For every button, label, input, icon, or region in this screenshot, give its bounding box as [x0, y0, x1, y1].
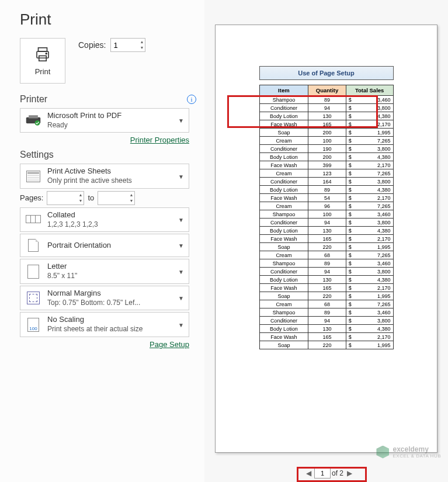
chevron-down-icon: ▼: [178, 242, 184, 249]
paper-title: Letter: [47, 262, 77, 272]
table-row: Cream1237,265: [259, 169, 393, 178]
col-item: Item: [259, 85, 308, 96]
print-area-title: Print Active Sheets: [47, 167, 132, 176]
orientation-title: Portrait Orientation: [47, 241, 111, 251]
table-row: Conditioner1643,800: [259, 178, 393, 186]
table-row: Shampoo893,460: [259, 259, 393, 268]
table-row: Body Lotion2004,380: [259, 153, 393, 161]
print-area-sub: Only print the active sheets: [47, 176, 132, 186]
preview-page: Use of Page Setup Item Quantity Total Sa…: [215, 25, 437, 453]
copies-up[interactable]: ▲: [140, 39, 144, 45]
chevron-down-icon: ▼: [178, 117, 184, 124]
portrait-icon: [25, 237, 41, 254]
preview-table: Item Quantity Total Sales Shampoo893,460…: [259, 85, 394, 349]
table-row: Body Lotion1304,380: [259, 227, 393, 235]
chevron-down-icon: ▼: [178, 173, 184, 179]
print-options-panel: Print Print Copies: ▲▼: [0, 0, 204, 482]
collated-icon: [25, 211, 41, 228]
prev-page-button[interactable]: ◀: [304, 469, 313, 477]
copies-label: Copies:: [78, 40, 106, 50]
margins-icon: [25, 290, 41, 306]
pages-from-input[interactable]: [47, 192, 70, 204]
margins-title: Normal Margins: [47, 289, 140, 299]
table-row: Cream1007,265: [259, 137, 393, 145]
watermark-tagline: EXCEL & DATA HUB: [393, 453, 441, 459]
table-row: Conditioner943,800: [259, 104, 393, 112]
letter-icon: [25, 263, 41, 280]
pages-to-input[interactable]: [98, 192, 120, 204]
collation-title: Collated: [47, 210, 98, 220]
printer-selector[interactable]: Microsoft Print to PDF Ready ▼: [20, 108, 189, 133]
watermark-logo-icon: [376, 446, 389, 459]
table-row: Body Lotion1304,380: [259, 276, 393, 284]
pages-to-spinbox[interactable]: ▲▼: [98, 191, 135, 205]
table-row: Body Lotion894,380: [259, 186, 393, 194]
svg-rect-0: [39, 48, 47, 51]
pages-label: Pages:: [20, 193, 43, 202]
print-button[interactable]: Print: [20, 38, 65, 84]
table-row: Soap2001,995: [259, 129, 393, 137]
collation-sub: 1,2,3 1,2,3 1,2,3: [47, 220, 98, 230]
page-setup-link[interactable]: Page Setup: [150, 340, 189, 349]
table-row: Conditioner943,800: [259, 219, 393, 227]
table-row: Cream687,265: [259, 251, 393, 259]
sheets-icon: [25, 168, 41, 185]
page-navigator: ◀ of 2 ▶: [304, 468, 354, 478]
margins-selector[interactable]: Normal Margins Top: 0.75" Bottom: 0.75" …: [20, 286, 189, 310]
chevron-down-icon: ▼: [178, 268, 184, 275]
printer-properties-link[interactable]: Printer Properties: [130, 136, 189, 144]
scaling-selector[interactable]: 100 No Scaling Print sheets at their act…: [20, 312, 189, 337]
paper-sub: 8.5" x 11": [47, 272, 77, 281]
table-row: Soap2201,995: [259, 292, 393, 300]
col-total-sales: Total Sales: [346, 85, 393, 96]
sheet-title: Use of Page Setup: [259, 66, 394, 80]
printer-status: Ready: [47, 121, 121, 130]
copies-input[interactable]: [111, 39, 133, 51]
page-title: Print: [20, 11, 196, 29]
pages-from-spinbox[interactable]: ▲▼: [47, 191, 84, 205]
table-row: Soap2201,995: [259, 341, 393, 349]
table-row: Cream687,265: [259, 300, 393, 308]
watermark: exceldemy EXCEL & DATA HUB: [376, 445, 441, 459]
table-row: Face Wash542,170: [259, 194, 393, 202]
table-row: Shampoo893,460: [259, 308, 393, 317]
settings-section-title: Settings: [20, 150, 54, 160]
collation-selector[interactable]: Collated 1,2,3 1,2,3 1,2,3 ▼: [20, 207, 189, 232]
svg-rect-5: [29, 115, 38, 118]
current-page-input[interactable]: [314, 468, 331, 478]
svg-point-3: [46, 53, 47, 54]
table-row: Conditioner943,800: [259, 268, 393, 276]
table-row: Soap2201,995: [259, 243, 393, 251]
printer-section-title: Printer: [20, 94, 47, 105]
orientation-selector[interactable]: Portrait Orientation ▼: [20, 234, 189, 257]
table-row: Face Wash1652,170: [259, 120, 393, 129]
table-row: Body Lotion1304,380: [259, 112, 393, 120]
scaling-sub: Print sheets at their actual size: [47, 325, 143, 334]
chevron-down-icon: ▼: [178, 295, 184, 301]
chevron-down-icon: ▼: [178, 217, 184, 223]
copies-spinbox[interactable]: ▲▼: [110, 38, 145, 52]
printer-name: Microsoft Print to PDF: [47, 111, 121, 121]
table-row: Face Wash1652,170: [259, 235, 393, 243]
paper-size-selector[interactable]: Letter 8.5" x 11" ▼: [20, 259, 189, 283]
pages-to-label: to: [88, 193, 94, 202]
next-page-button[interactable]: ▶: [345, 469, 354, 477]
table-row: Face Wash3992,170: [259, 161, 393, 169]
table-row: Body Lotion1304,380: [259, 325, 393, 333]
copies-down[interactable]: ▼: [140, 45, 144, 51]
table-row: Shampoo1003,460: [259, 210, 393, 219]
col-quantity: Quantity: [308, 85, 346, 96]
chevron-down-icon: ▼: [178, 321, 184, 328]
table-row: Cream967,265: [259, 202, 393, 210]
scaling-icon: 100: [25, 317, 41, 333]
margins-sub: Top: 0.75" Bottom: 0.75" Lef...: [47, 299, 140, 308]
print-button-label: Print: [35, 67, 51, 76]
info-icon[interactable]: i: [187, 95, 196, 104]
print-preview-panel: Use of Page Setup Item Quantity Total Sa…: [204, 0, 448, 482]
table-row: Face Wash1652,170: [259, 333, 393, 341]
table-row: Conditioner943,800: [259, 317, 393, 325]
printer-device-icon: [25, 112, 41, 129]
watermark-brand: exceldemy: [393, 445, 441, 453]
print-area-selector[interactable]: Print Active Sheets Only print the activ…: [20, 164, 189, 188]
table-row: Face Wash1652,170: [259, 284, 393, 292]
